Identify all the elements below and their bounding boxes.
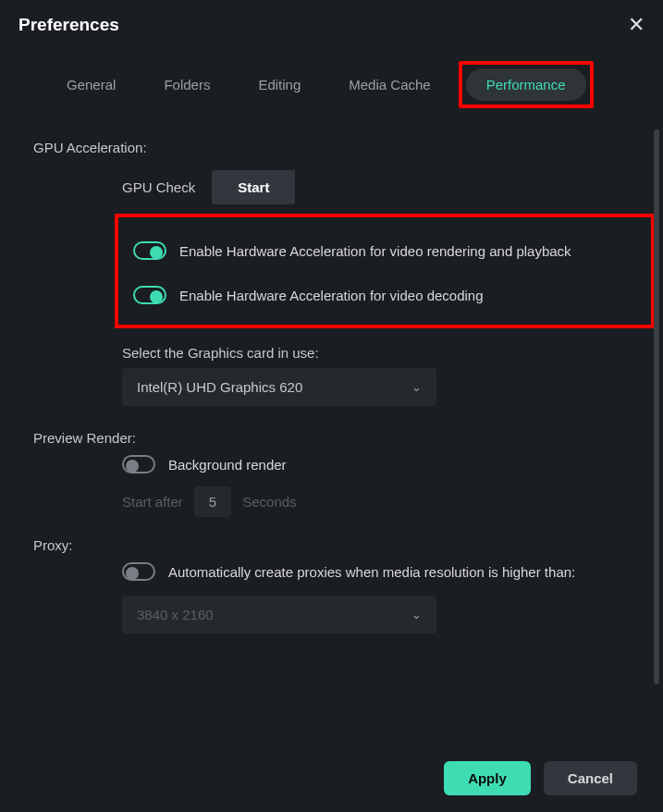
scrollbar[interactable] <box>654 129 659 684</box>
close-button[interactable]: ✕ <box>628 15 645 35</box>
preview-section-label: Preview Render: <box>33 430 630 446</box>
start-after-value[interactable]: 5 <box>194 486 231 517</box>
highlight-performance-tab: Performance <box>459 61 594 108</box>
proxy-resolution-value: 3840 x 2160 <box>137 607 214 622</box>
tab-performance[interactable]: Performance <box>466 68 586 101</box>
select-card-label: Select the Graphics card in use: <box>122 345 630 361</box>
start-after-label: Start after <box>122 494 183 510</box>
page-title: Preferences <box>18 15 119 35</box>
toggle-hw-render[interactable] <box>133 241 166 260</box>
tab-folders[interactable]: Folders <box>143 68 230 101</box>
toggle-auto-proxy-label: Automatically create proxies when media … <box>168 564 575 580</box>
graphics-card-value: Intel(R) UHD Graphics 620 <box>137 379 302 395</box>
proxy-resolution-select[interactable]: 3840 x 2160 ⌄ <box>122 596 436 634</box>
toggle-hw-render-label: Enable Hardware Acceleration for video r… <box>179 243 571 259</box>
proxy-section-label: Proxy: <box>33 537 630 553</box>
toggle-hw-decode[interactable] <box>133 286 166 304</box>
chevron-down-icon: ⌄ <box>411 380 422 394</box>
gpu-check-start-button[interactable]: Start <box>212 170 295 204</box>
tab-general[interactable]: General <box>46 68 136 101</box>
toggle-hw-decode-label: Enable Hardware Acceleration for video d… <box>179 288 484 303</box>
chevron-down-icon: ⌄ <box>411 608 422 621</box>
cancel-button[interactable]: Cancel <box>544 761 637 795</box>
toggle-background-render[interactable] <box>122 455 155 474</box>
apply-button[interactable]: Apply <box>444 761 531 795</box>
close-icon: ✕ <box>628 13 645 36</box>
toggle-auto-proxy[interactable] <box>122 562 155 581</box>
gpu-section-label: GPU Acceleration: <box>33 140 630 155</box>
tabs-bar: General Folders Editing Media Cache Perf… <box>0 44 663 116</box>
graphics-card-select[interactable]: Intel(R) UHD Graphics 620 ⌄ <box>122 368 436 406</box>
gpu-check-label: GPU Check <box>122 179 195 195</box>
highlight-hw-accel-box: Enable Hardware Acceleration for video r… <box>115 214 655 328</box>
tab-editing[interactable]: Editing <box>238 68 321 101</box>
tab-media-cache[interactable]: Media Cache <box>328 68 450 101</box>
toggle-background-render-label: Background render <box>168 457 287 473</box>
seconds-label: Seconds <box>242 494 296 510</box>
